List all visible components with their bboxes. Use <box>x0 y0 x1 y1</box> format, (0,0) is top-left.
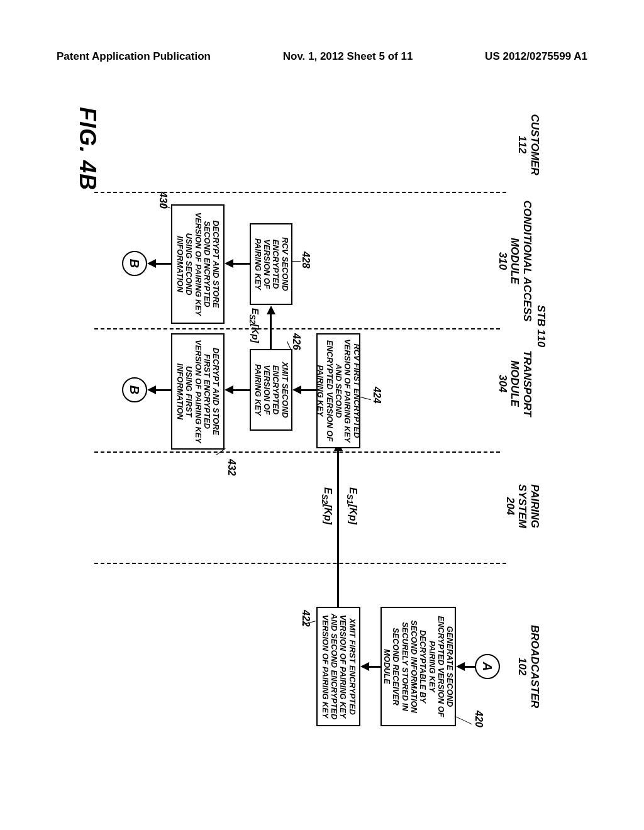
arrow-head <box>147 259 156 268</box>
arrow <box>231 263 250 265</box>
box-432: DECRYPT AND STORE FIRST ENCRYPTED VERSIO… <box>171 333 225 450</box>
lane-broadcaster-ref: 102 <box>516 604 529 729</box>
lane-transport-ref: 304 <box>496 327 509 440</box>
arrow-head <box>360 662 369 671</box>
arrow-head <box>225 259 233 268</box>
arrow-head <box>147 385 156 394</box>
lane-customer-ref: 112 <box>516 107 529 182</box>
stb-group-label: STB 110 <box>535 305 547 347</box>
ref-424: 424 <box>371 387 382 404</box>
lane-customer-title: CUSTOMER <box>528 107 541 182</box>
msg-es1kp: ES1[Kp] <box>345 487 358 524</box>
arrow <box>299 389 316 391</box>
lane-divider <box>94 563 506 564</box>
ref-428: 428 <box>300 252 311 268</box>
arrow <box>153 389 171 391</box>
ref-426: 426 <box>291 333 302 350</box>
arrow-head <box>225 385 233 394</box>
figure-label: FIG. 4B <box>74 107 101 191</box>
arrow-head <box>267 306 275 314</box>
arrow <box>231 389 250 391</box>
arrow <box>153 263 171 265</box>
connector-b: B <box>122 251 147 276</box>
arrow <box>338 450 340 607</box>
header-left: Patent Application Publication <box>57 50 211 63</box>
lane-broadcaster-title: BROADCASTER <box>528 604 541 729</box>
box-422: XMIT FIRST ENCRYPTED VERSION OF PAIRING … <box>316 607 360 726</box>
box-430: DECRYPT AND STORE SECOND ENCRYPTED VERSI… <box>171 204 225 324</box>
lane-transport-title: TRANSPORT MODULE <box>509 327 533 440</box>
msg-es2kp-2: ES2[Kp] <box>248 308 261 343</box>
lane-divider <box>94 192 506 193</box>
lane-pairing-ref: 204 <box>504 462 516 550</box>
header-right: US 2012/0275599 A1 <box>485 50 587 63</box>
lane-pairing: PAIRING SYSTEM 204 <box>504 462 541 550</box>
lead-line <box>455 716 472 725</box>
box-428: RCV SECOND ENCRYPTED VERSION OF PAIRING … <box>250 223 292 305</box>
arrow <box>270 313 272 349</box>
lane-broadcaster: BROADCASTER 102 <box>516 604 541 729</box>
lane-cam-title: CONDITIONAL ACCESS MODULE <box>509 198 533 324</box>
lane-divider <box>94 328 500 329</box>
lane-customer: CUSTOMER 112 <box>516 107 541 182</box>
lead-line <box>292 261 301 262</box>
lane-divider <box>94 451 500 453</box>
box-420: GENERATE SECOND ENCRYPTED VERSION OF PAI… <box>380 607 456 726</box>
ref-420: 420 <box>473 711 484 728</box>
lane-pairing-title: PAIRING SYSTEM <box>516 462 541 550</box>
box-426: XMIT SECOND ENCRYPTED VERSION OF PAIRING… <box>250 349 292 431</box>
header-center: Nov. 1, 2012 Sheet 5 of 11 <box>283 50 413 63</box>
lane-cam-ref: 310 <box>496 198 509 324</box>
lead-line <box>360 397 371 401</box>
flowchart-diagram: CUSTOMER 112 STB 110 CONDITIONAL ACCESS … <box>57 107 547 742</box>
box-424: RCV FIRST ENCRYPTED VERSION OF PAIRING K… <box>316 333 360 448</box>
connector-b: B <box>122 377 147 402</box>
arrow-head <box>456 662 465 671</box>
lane-cam: CONDITIONAL ACCESS MODULE 310 <box>496 198 533 324</box>
msg-es2kp: ES2[Kp] <box>320 487 333 524</box>
connector-a: A <box>475 654 500 679</box>
lane-transport: TRANSPORT MODULE 304 <box>496 327 533 440</box>
ref-432: 432 <box>226 459 237 476</box>
